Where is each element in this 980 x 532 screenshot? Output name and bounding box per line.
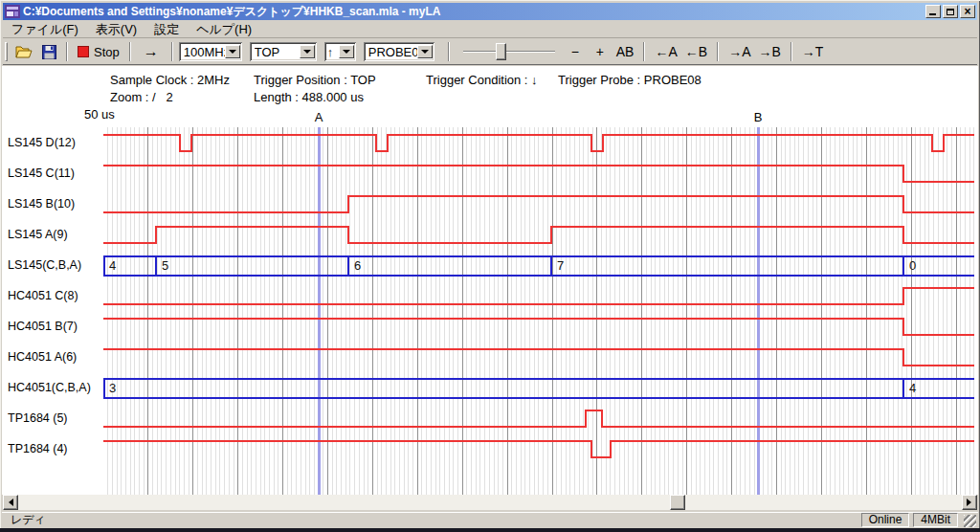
- channel-label: TP1684 (4): [8, 433, 101, 464]
- clock-select-value: 100MHz: [184, 45, 225, 59]
- status-message: レディ: [4, 512, 861, 528]
- ab-range-button[interactable]: AB: [612, 40, 638, 63]
- maximize-button[interactable]: [943, 5, 958, 18]
- goto-a-left-button[interactable]: ←A: [651, 40, 680, 63]
- time-scale-label: 50 us: [84, 107, 115, 122]
- sample-clock-info: Sample Clock : 2MHz: [110, 73, 230, 87]
- scroll-left-button[interactable]: [3, 495, 18, 510]
- zoom-info: Zoom : / 2: [110, 90, 173, 104]
- scroll-right-button[interactable]: [962, 495, 977, 510]
- chevron-down-icon[interactable]: [225, 45, 240, 58]
- save-button[interactable]: [37, 40, 60, 63]
- trigger-position-select[interactable]: TOP: [250, 42, 317, 61]
- bus-value: 3: [109, 381, 116, 395]
- scroll-left-icon: [5, 499, 13, 506]
- channel-label: LS145 D(12): [8, 127, 101, 158]
- save-floppy-icon: [42, 45, 56, 59]
- open-file-button[interactable]: [11, 40, 37, 63]
- scrollbar-track[interactable]: [18, 495, 962, 510]
- channel-label: LS145(C,B,A): [8, 250, 101, 280]
- channel-label: LS145 B(10): [8, 188, 101, 219]
- title-bar[interactable]: C:¥Documents and Settings¥noname¥デスクトップ¥…: [3, 3, 977, 20]
- scrollbar-thumb[interactable]: [670, 495, 685, 510]
- chevron-down-icon[interactable]: [417, 45, 433, 58]
- marker-a-label: A: [312, 110, 325, 124]
- toolbar-separator: [66, 42, 68, 61]
- window-controls: ×: [925, 5, 975, 18]
- channel-label: HC4051 B(7): [8, 311, 101, 342]
- channel-label: LS145 A(9): [8, 219, 101, 250]
- channel-label: HC4051(C,B,A): [8, 372, 101, 403]
- bus-value: 7: [557, 258, 564, 273]
- channel-label: LS145 C(11): [8, 158, 101, 188]
- online-indicator: Online: [861, 513, 910, 527]
- scroll-right-icon: [967, 499, 975, 506]
- toolbar: Stop → 100MHz TOP ↑ PROBE00 − + AB ←A: [3, 39, 977, 65]
- menu-file[interactable]: ファイル(F): [3, 21, 87, 38]
- run-arrow-icon: →: [144, 43, 159, 60]
- bus-value: 6: [354, 258, 361, 273]
- trigger-position-info: Trigger Position : TOP: [254, 73, 376, 87]
- toolbar-grip[interactable]: [5, 42, 8, 61]
- menu-settings[interactable]: 設定: [145, 21, 188, 38]
- toolbar-separator: [791, 42, 792, 61]
- minimize-button[interactable]: [925, 5, 941, 18]
- probe-select[interactable]: PROBE00: [364, 42, 434, 61]
- zoom-slider-thumb[interactable]: [496, 43, 506, 60]
- zoom-in-button[interactable]: +: [588, 40, 612, 63]
- chevron-down-icon[interactable]: [300, 45, 315, 58]
- goto-b-left-button[interactable]: ←B: [681, 40, 711, 63]
- bus-value: 4: [109, 258, 116, 273]
- menu-help[interactable]: ヘルプ(H): [188, 21, 260, 38]
- length-info: Length : 488.000 us: [254, 90, 364, 104]
- stop-label: Stop: [94, 45, 120, 59]
- trigger-probe-info: Trigger Probe : PROBE08: [558, 73, 702, 87]
- bus-value: 0: [909, 258, 916, 273]
- channel-label: HC4051 A(6): [8, 342, 101, 372]
- channel-label: HC4051 C(8): [8, 280, 101, 311]
- probe-select-value: PROBE00: [368, 45, 417, 59]
- toolbar-separator: [717, 42, 719, 61]
- menu-view[interactable]: 表示(V): [87, 21, 145, 38]
- chevron-down-icon[interactable]: [339, 45, 354, 58]
- toolbar-separator: [643, 42, 645, 61]
- toolbar-separator: [171, 42, 173, 61]
- toolbar-separator: [448, 42, 450, 61]
- bus-value: 5: [162, 258, 168, 273]
- trigger-edge-select[interactable]: ↑: [324, 42, 356, 61]
- trigger-position-value: TOP: [255, 45, 300, 59]
- close-icon: ×: [964, 7, 970, 16]
- window-title: C:¥Documents and Settings¥noname¥デスクトップ¥…: [23, 4, 922, 20]
- app-icon: [5, 5, 20, 18]
- goto-a-right-button[interactable]: →A: [724, 40, 754, 63]
- app-window: C:¥Documents and Settings¥noname¥デスクトップ¥…: [0, 0, 980, 528]
- run-button[interactable]: →: [137, 40, 166, 63]
- stop-button[interactable]: Stop: [74, 40, 123, 63]
- waveform-area[interactable]: 4567034: [0, 127, 980, 495]
- minimize-icon: [929, 13, 936, 15]
- channel-label: TP1684 (5): [8, 403, 101, 433]
- memory-indicator: 4MBit: [913, 513, 958, 527]
- bus-value: 4: [909, 381, 916, 395]
- resize-grip[interactable]: [964, 515, 976, 527]
- zoom-slider-track: [463, 51, 555, 53]
- clock-select[interactable]: 100MHz: [179, 42, 242, 61]
- stop-icon: [78, 46, 89, 57]
- marker-b-label: B: [751, 110, 765, 124]
- trigger-edge-value: ↑: [327, 45, 339, 59]
- toolbar-separator: [129, 42, 131, 61]
- goto-b-right-button[interactable]: →B: [754, 40, 784, 63]
- horizontal-scrollbar[interactable]: [3, 495, 977, 510]
- status-bar: レディ Online 4MBit: [2, 512, 978, 527]
- menu-bar: ファイル(F) 表示(V) 設定 ヘルプ(H): [3, 21, 977, 38]
- close-button[interactable]: ×: [960, 5, 975, 18]
- open-folder-icon: [15, 45, 33, 59]
- zoom-slider[interactable]: [461, 41, 557, 62]
- trigger-condition-info: Trigger Condition : ↓: [426, 73, 538, 87]
- zoom-out-button[interactable]: −: [563, 40, 588, 63]
- goto-trigger-button[interactable]: →T: [798, 40, 828, 63]
- maximize-icon: [947, 9, 954, 15]
